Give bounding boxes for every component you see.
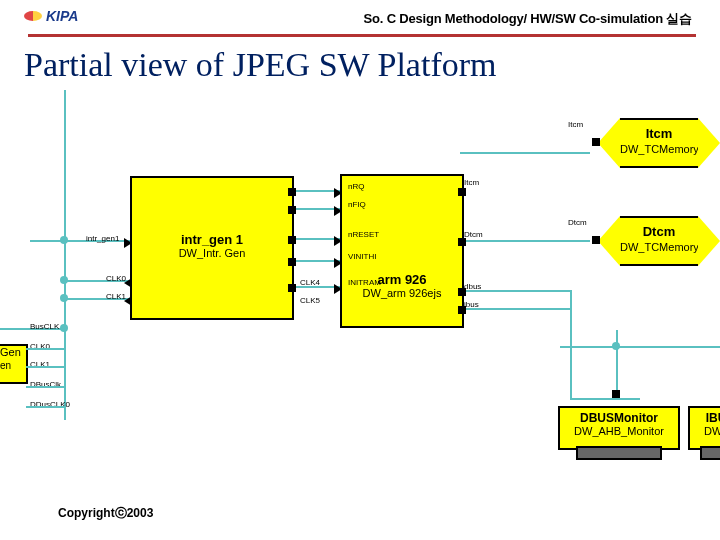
kipa-logo: KIPA	[24, 8, 78, 24]
itcm-block: Itcm DW_TCMemory	[620, 118, 698, 168]
header-rule	[28, 34, 696, 37]
arm926-block: arm 926 DW_arm 926ejs	[340, 174, 464, 328]
ibus-monitor: IBUS DW_A	[688, 406, 720, 450]
intr-gen-block: intr_gen 1 DW_Intr. Gen	[130, 176, 294, 320]
slide-title: Partial view of JPEG SW Platform	[24, 46, 497, 84]
arm926-module: DW_arm 926ejs	[342, 287, 462, 299]
slide-header: So. C Design Methodology/ HW/SW Co-simul…	[364, 10, 692, 28]
intr-gen-module: DW_Intr. Gen	[132, 247, 292, 259]
dtcm-block: Dtcm DW_TCMemory	[620, 216, 698, 266]
logo-text: KIPA	[46, 8, 78, 24]
intr-gen-title: intr_gen 1	[132, 232, 292, 247]
diagram: intr_gen 1 DW_Intr. Gen intr_gen1 CLK0 C…	[0, 90, 720, 510]
copyright: Copyrightⓒ2003	[58, 505, 153, 522]
dbus-monitor: DBUSMonitor DW_AHB_Monitor	[558, 406, 680, 450]
